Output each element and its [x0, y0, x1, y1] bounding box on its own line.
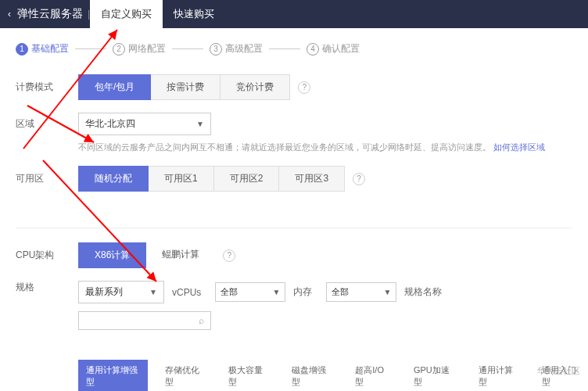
help-icon[interactable]: ?: [223, 249, 235, 262]
billing-label: 计费模式: [16, 81, 78, 94]
region-label: 区域: [16, 117, 78, 131]
billing-yearly[interactable]: 包年/包月: [78, 74, 151, 100]
az-2[interactable]: 可用区2: [214, 166, 280, 192]
spec-tab-4[interactable]: 超高I/O型: [347, 360, 396, 391]
spec-tab-6[interactable]: 通用计算型: [471, 360, 525, 391]
mem-select[interactable]: 全部▼: [326, 282, 396, 302]
step-2[interactable]: 2网络配置: [113, 42, 166, 56]
spec-label: 规格: [16, 281, 78, 294]
cpu-kunpeng[interactable]: 鲲鹏计算: [146, 242, 215, 268]
chevron-down-icon: ▼: [196, 120, 204, 128]
step-4[interactable]: 4确认配置: [307, 42, 360, 56]
spec-tab-2[interactable]: 极大容量型: [220, 360, 274, 391]
spec-tab-5[interactable]: GPU加速型: [406, 360, 461, 391]
watermark: 华为云社区: [537, 365, 580, 377]
help-icon[interactable]: ?: [353, 173, 365, 185]
chevron-down-icon: ▼: [149, 288, 157, 296]
step-3[interactable]: 3高级配置: [210, 42, 263, 56]
billing-ondemand[interactable]: 按需计费: [151, 74, 220, 100]
region-help-link[interactable]: 如何选择区域: [493, 142, 545, 152]
spec-search[interactable]: ⌕: [78, 311, 211, 330]
region-select[interactable]: 华北-北京四 ▼: [78, 113, 211, 135]
tab-custom[interactable]: 自定义购买: [90, 0, 163, 28]
help-icon[interactable]: ?: [298, 81, 310, 94]
chevron-down-icon: ▼: [383, 288, 391, 296]
spec-tab-1[interactable]: 存储优化型: [157, 360, 211, 391]
billing-spot[interactable]: 竞价计费: [220, 74, 290, 100]
cpu-label: CPU架构: [16, 249, 78, 262]
series-select[interactable]: 最新系列▼: [78, 281, 164, 303]
spec-type-tabs: 通用计算增强型 存储优化型 极大容量型 磁盘增强型 超高I/O型 GPU加速型 …: [78, 360, 588, 391]
tab-quick[interactable]: 快速购买: [163, 0, 225, 28]
page-title: 弹性云服务器: [17, 7, 83, 21]
chevron-down-icon: ▼: [272, 288, 280, 296]
purchase-tabs: 自定义购买 快速购买: [90, 0, 225, 28]
spec-tab-0[interactable]: 通用计算增强型: [78, 360, 148, 391]
az-1[interactable]: 可用区1: [149, 166, 214, 192]
az-random[interactable]: 随机分配: [78, 166, 149, 192]
cpu-options: X86计算 鲲鹏计算: [78, 242, 215, 268]
az-options: 随机分配 可用区1 可用区2 可用区3: [78, 166, 345, 192]
header-bar: ‹ 弹性云服务器 | 自定义购买 快速购买: [0, 0, 588, 28]
back-icon[interactable]: ‹: [8, 9, 11, 20]
search-icon: ⌕: [199, 315, 204, 326]
vcpu-select[interactable]: 全部▼: [215, 282, 285, 302]
step-indicator: 1基础配置 2网络配置 3高级配置 4确认配置: [0, 28, 588, 74]
billing-options: 包年/包月 按需计费 竞价计费: [78, 74, 290, 100]
divider: [16, 228, 572, 228]
cpu-x86[interactable]: X86计算: [78, 242, 146, 268]
spec-tab-3[interactable]: 磁盘增强型: [284, 360, 338, 391]
region-hint: 不同区域的云服务产品之间内网互不相通；请就近选择最近您业务的区域，可减少网络时延…: [78, 142, 572, 153]
az-3[interactable]: 可用区3: [279, 166, 345, 192]
step-1[interactable]: 1基础配置: [16, 42, 69, 56]
az-label: 可用区: [16, 172, 78, 185]
